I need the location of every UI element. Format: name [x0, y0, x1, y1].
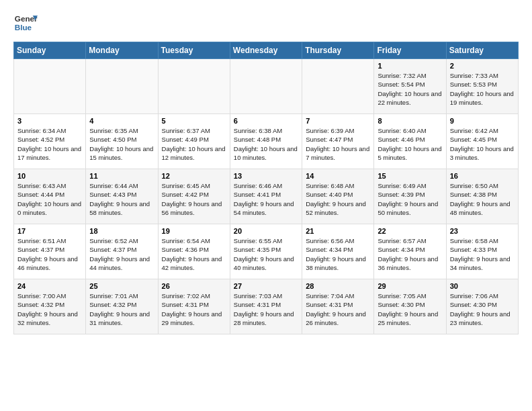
day-number: 15: [378, 172, 442, 180]
day-info: Sunrise: 7:03 AM Sunset: 4:31 PM Dayligh…: [234, 291, 298, 327]
logo-icon: General Blue: [13, 11, 38, 35]
calendar-week-row: 3Sunrise: 6:34 AM Sunset: 4:52 PM Daylig…: [14, 114, 519, 169]
calendar-cell: 1Sunrise: 7:32 AM Sunset: 5:54 PM Daylig…: [374, 59, 446, 114]
day-number: 19: [162, 227, 226, 235]
weekday-header: Thursday: [302, 42, 374, 59]
day-number: 30: [450, 282, 515, 290]
day-info: Sunrise: 7:04 AM Sunset: 4:31 PM Dayligh…: [306, 291, 370, 327]
calendar-cell: 29Sunrise: 7:05 AM Sunset: 4:30 PM Dayli…: [374, 279, 446, 334]
calendar-week-row: 17Sunrise: 6:51 AM Sunset: 4:37 PM Dayli…: [14, 224, 519, 279]
calendar-cell: 6Sunrise: 6:38 AM Sunset: 4:48 PM Daylig…: [230, 114, 302, 169]
day-number: 12: [162, 172, 226, 180]
calendar-table: SundayMondayTuesdayWednesdayThursdayFrid…: [13, 42, 519, 334]
day-info: Sunrise: 6:54 AM Sunset: 4:36 PM Dayligh…: [162, 236, 226, 272]
svg-text:General: General: [15, 14, 38, 23]
calendar-week-row: 24Sunrise: 7:00 AM Sunset: 4:32 PM Dayli…: [14, 279, 519, 334]
day-info: Sunrise: 6:39 AM Sunset: 4:47 PM Dayligh…: [306, 126, 370, 162]
calendar-cell: 16Sunrise: 6:50 AM Sunset: 4:38 PM Dayli…: [446, 169, 518, 224]
calendar-cell: 17Sunrise: 6:51 AM Sunset: 4:37 PM Dayli…: [14, 224, 86, 279]
day-number: 21: [306, 227, 370, 235]
calendar-cell: 10Sunrise: 6:43 AM Sunset: 4:44 PM Dayli…: [14, 169, 86, 224]
calendar-cell: 4Sunrise: 6:35 AM Sunset: 4:50 PM Daylig…: [86, 114, 158, 169]
calendar-cell: 12Sunrise: 6:45 AM Sunset: 4:42 PM Dayli…: [158, 169, 230, 224]
calendar-cell: 11Sunrise: 6:44 AM Sunset: 4:43 PM Dayli…: [86, 169, 158, 224]
day-info: Sunrise: 6:48 AM Sunset: 4:40 PM Dayligh…: [306, 181, 370, 217]
calendar-cell: 30Sunrise: 7:06 AM Sunset: 4:30 PM Dayli…: [446, 279, 518, 334]
day-info: Sunrise: 7:33 AM Sunset: 5:53 PM Dayligh…: [450, 71, 515, 107]
day-info: Sunrise: 6:34 AM Sunset: 4:52 PM Dayligh…: [17, 126, 82, 162]
logo: General Blue: [13, 11, 38, 35]
calendar-week-row: 10Sunrise: 6:43 AM Sunset: 4:44 PM Dayli…: [14, 169, 519, 224]
day-number: 29: [378, 282, 442, 290]
calendar-week-row: 1Sunrise: 7:32 AM Sunset: 5:54 PM Daylig…: [14, 59, 519, 114]
calendar-cell: [86, 59, 158, 114]
weekday-header-row: SundayMondayTuesdayWednesdayThursdayFrid…: [14, 42, 519, 59]
day-info: Sunrise: 6:40 AM Sunset: 4:46 PM Dayligh…: [378, 126, 442, 162]
day-number: 13: [234, 172, 298, 180]
calendar-cell: 3Sunrise: 6:34 AM Sunset: 4:52 PM Daylig…: [14, 114, 86, 169]
calendar-cell: 28Sunrise: 7:04 AM Sunset: 4:31 PM Dayli…: [302, 279, 374, 334]
calendar-cell: 25Sunrise: 7:01 AM Sunset: 4:32 PM Dayli…: [86, 279, 158, 334]
weekday-header: Tuesday: [158, 42, 230, 59]
day-number: 20: [234, 227, 298, 235]
day-info: Sunrise: 6:55 AM Sunset: 4:35 PM Dayligh…: [234, 236, 298, 272]
svg-text:Blue: Blue: [15, 23, 32, 32]
day-number: 28: [306, 282, 370, 290]
calendar-cell: 19Sunrise: 6:54 AM Sunset: 4:36 PM Dayli…: [158, 224, 230, 279]
calendar-cell: 9Sunrise: 6:42 AM Sunset: 4:45 PM Daylig…: [446, 114, 518, 169]
day-number: 26: [162, 282, 226, 290]
day-number: 9: [450, 117, 515, 125]
day-number: 27: [234, 282, 298, 290]
day-info: Sunrise: 6:57 AM Sunset: 4:34 PM Dayligh…: [378, 236, 442, 272]
calendar-cell: 5Sunrise: 6:37 AM Sunset: 4:49 PM Daylig…: [158, 114, 230, 169]
calendar-cell: 8Sunrise: 6:40 AM Sunset: 4:46 PM Daylig…: [374, 114, 446, 169]
calendar-cell: 23Sunrise: 6:58 AM Sunset: 4:33 PM Dayli…: [446, 224, 518, 279]
day-info: Sunrise: 6:43 AM Sunset: 4:44 PM Dayligh…: [17, 181, 82, 217]
calendar-cell: [158, 59, 230, 114]
day-info: Sunrise: 7:02 AM Sunset: 4:31 PM Dayligh…: [162, 291, 226, 327]
day-info: Sunrise: 6:38 AM Sunset: 4:48 PM Dayligh…: [234, 126, 298, 162]
calendar-cell: 14Sunrise: 6:48 AM Sunset: 4:40 PM Dayli…: [302, 169, 374, 224]
day-info: Sunrise: 6:49 AM Sunset: 4:39 PM Dayligh…: [378, 181, 442, 217]
day-info: Sunrise: 6:45 AM Sunset: 4:42 PM Dayligh…: [162, 181, 226, 217]
day-number: 24: [17, 282, 82, 290]
weekday-header: Saturday: [446, 42, 518, 59]
calendar-cell: 27Sunrise: 7:03 AM Sunset: 4:31 PM Dayli…: [230, 279, 302, 334]
calendar-cell: 20Sunrise: 6:55 AM Sunset: 4:35 PM Dayli…: [230, 224, 302, 279]
page: General Blue SundayMondayTuesdayWednesda…: [0, 0, 532, 341]
weekday-header: Monday: [86, 42, 158, 59]
day-number: 2: [450, 62, 515, 70]
calendar-cell: 21Sunrise: 6:56 AM Sunset: 4:34 PM Dayli…: [302, 224, 374, 279]
day-number: 17: [17, 227, 82, 235]
weekday-header: Sunday: [14, 42, 86, 59]
day-info: Sunrise: 6:50 AM Sunset: 4:38 PM Dayligh…: [450, 181, 515, 217]
day-number: 18: [89, 227, 154, 235]
day-info: Sunrise: 6:42 AM Sunset: 4:45 PM Dayligh…: [450, 126, 515, 162]
calendar-cell: 7Sunrise: 6:39 AM Sunset: 4:47 PM Daylig…: [302, 114, 374, 169]
day-number: 10: [17, 172, 82, 180]
weekday-header: Wednesday: [230, 42, 302, 59]
calendar-cell: 15Sunrise: 6:49 AM Sunset: 4:39 PM Dayli…: [374, 169, 446, 224]
weekday-header: Friday: [374, 42, 446, 59]
day-number: 8: [378, 117, 442, 125]
day-number: 25: [89, 282, 154, 290]
day-info: Sunrise: 6:52 AM Sunset: 4:37 PM Dayligh…: [89, 236, 154, 272]
day-info: Sunrise: 6:58 AM Sunset: 4:33 PM Dayligh…: [450, 236, 515, 272]
day-number: 14: [306, 172, 370, 180]
day-number: 11: [89, 172, 154, 180]
day-number: 3: [17, 117, 82, 125]
calendar-cell: [230, 59, 302, 114]
day-info: Sunrise: 7:00 AM Sunset: 4:32 PM Dayligh…: [17, 291, 82, 327]
calendar-cell: 24Sunrise: 7:00 AM Sunset: 4:32 PM Dayli…: [14, 279, 86, 334]
calendar-cell: 18Sunrise: 6:52 AM Sunset: 4:37 PM Dayli…: [86, 224, 158, 279]
day-number: 4: [89, 117, 154, 125]
day-info: Sunrise: 6:44 AM Sunset: 4:43 PM Dayligh…: [89, 181, 154, 217]
calendar-cell: [302, 59, 374, 114]
day-info: Sunrise: 6:37 AM Sunset: 4:49 PM Dayligh…: [162, 126, 226, 162]
day-number: 7: [306, 117, 370, 125]
header: General Blue: [13, 11, 519, 35]
day-info: Sunrise: 6:56 AM Sunset: 4:34 PM Dayligh…: [306, 236, 370, 272]
day-number: 6: [234, 117, 298, 125]
day-info: Sunrise: 7:01 AM Sunset: 4:32 PM Dayligh…: [89, 291, 154, 327]
day-number: 22: [378, 227, 442, 235]
